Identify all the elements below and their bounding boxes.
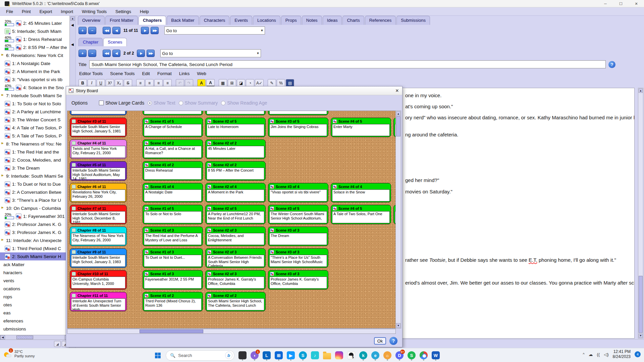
storyboard-vertical-scrollbar[interactable]: ▲ ▼ [395,111,401,328]
tab[interactable]: Events [230,16,252,25]
radio-icon[interactable] [148,101,152,105]
format-paint[interactable]: ◪ [237,79,245,87]
tree-item[interactable]: 2: A Moment in the Park [0,67,70,75]
writeitnow-icon[interactable] [346,350,356,361]
add-scene-button[interactable]: + [78,50,87,57]
scene-card[interactable]: Scene #2 of 5 Late to Homeroom [205,118,266,137]
show-large-cards-option[interactable]: Show Large Cards [99,100,144,106]
copilot-icon[interactable] [237,350,248,361]
tree-item[interactable]: 2: Cocoa, Melodies, and [0,156,70,164]
tree-item[interactable]: 3: The Dream [0,164,70,172]
chapter-card[interactable]: Chapter #6 of 11 Revelations New York Ci… [70,183,127,202]
scene-card[interactable]: Scene #4 of 5 A Tale of Two Solos, Part … [331,205,391,224]
scene-card[interactable]: Scene #4 of 4 Solace in the Snow [331,183,391,202]
chapter-card[interactable]: Chapter #10 of 11 On Campus Columbia Uni… [70,270,127,290]
scene-card[interactable]: Scene #3 of 4 "Vivas oportet si vis tibi… [268,183,328,202]
tree-item[interactable]: 20% 1: Fayerweather 301 [0,212,70,220]
chapter-card[interactable]: Chapter #5 of 11 Interlude South Miami S… [70,161,127,181]
scene-card[interactable]: Scene #1 of 2 A Hat, a Call, and a Chanc… [143,139,203,159]
tab[interactable]: Ideas [323,16,342,25]
show-text-option[interactable]: Show Text [148,100,175,106]
menu-item[interactable]: Import [61,9,73,14]
chrome-icon[interactable] [419,350,429,361]
scene-card[interactable]: Scene #3 of 3 "There's a Place for Us" S… [268,248,328,268]
scene-card[interactable]: Scene #3 of 5 Jim Joins the Singing Cobr… [268,118,328,137]
center-object[interactable]: ⊞ [228,79,236,87]
weather-widget[interactable]: 1 32°C Partly sunny [3,350,35,358]
tree-item[interactable]: vents [0,277,70,285]
chat-icon[interactable]: ◖ 1 [250,350,260,361]
ok-button[interactable]: Ok [374,337,386,345]
editor-menu-item[interactable]: Scene Tools [110,71,135,76]
chapter-card[interactable]: York City, February 18, 2000 [70,111,127,115]
menu-item[interactable]: Export [40,9,52,14]
tree-item[interactable]: 5: Interlude; South Miam [0,27,70,35]
scroll-up-icon[interactable]: ▲ [70,16,75,21]
goto-scene-dropdown[interactable]: Go to ▼ [160,49,261,57]
highlight-color[interactable]: A [197,79,206,87]
scene-title-input[interactable]: South Miami Senior High School, The Cafe… [89,60,606,68]
word-icon[interactable]: W [431,350,441,361]
spell-check[interactable]: A✓ [255,79,264,87]
menu-item[interactable]: Help [140,9,149,14]
bold[interactable]: B [78,79,87,87]
tree-item[interactable]: 4: A Tale of Two Solos, P [0,124,70,132]
undo[interactable]: ↶ [176,79,184,87]
underline[interactable]: U [97,79,105,87]
tree-item[interactable]: 2: A Conversation Betwe [0,188,70,196]
storyboard[interactable]: ▤ [286,79,294,87]
prime-video-icon[interactable]: ▶ [286,350,296,361]
last-scene-button[interactable]: ▶▶ [147,50,155,57]
edit-note[interactable]: ✎ [268,79,276,87]
tree-item[interactable]: 40% 4: Solace in the Sno [0,83,70,92]
tree-item[interactable]: 10: On Campus - Columbia [0,204,70,212]
italic[interactable]: I [88,79,96,87]
weather-app-icon[interactable]: ☼ [382,350,392,361]
tree-item[interactable]: ack Matter [0,260,70,268]
table[interactable]: ▦ [219,79,227,87]
tab[interactable]: Characters [200,16,230,25]
editor-menu-item[interactable]: Links [179,71,190,76]
tree-item[interactable]: eas [0,309,70,317]
tree-item[interactable]: 1: To Duet or Not to Due [0,180,70,188]
scroll-left-icon[interactable]: ◀ [0,335,5,340]
next-scene-button[interactable]: ▶ [137,50,145,57]
tree-item[interactable]: 11: Interlude: An Unexpecte [0,236,70,244]
next-chapter-button[interactable]: ▶ [141,27,149,34]
tree-item[interactable]: rops [0,293,70,301]
scene-card[interactable]: Scene #1 of 2 Dress Rehearsal [143,161,203,181]
scene-card[interactable]: Scene #2 of 4 A Moment in the Park [205,183,266,202]
scene-card[interactable]: Scene #2 of 2 8 55 PM – After the Concer… [205,161,266,181]
taskbar-search[interactable]: 🔍 Search b [166,350,234,361]
timer[interactable]: ◔ [246,79,254,87]
chapter-card[interactable]: Chapter #7 of 11 Interlude South Miami S… [70,205,127,224]
editor-menu-item[interactable]: Web [197,71,206,76]
strikethrough[interactable]: S [124,79,132,87]
resize-handle-icon[interactable]: ◢ [54,341,61,347]
scene-card[interactable]: Scene #3 of 3 Professor James K. Garraty… [268,270,328,290]
first-chapter-button[interactable]: ◀◀ [103,27,111,34]
onedrive-icon[interactable]: ☁ [589,352,593,357]
tree-item[interactable]: 3: The Winter Concert S [0,116,70,124]
tab[interactable]: Charts [342,16,364,25]
tree-item[interactable]: ubmissions [0,325,70,333]
tree-item[interactable]: 2: South Miami Senior H [0,252,70,260]
scene-card[interactable]: Scene #1 of 5 To Solo or Not to Solo [143,205,203,224]
instagram-icon[interactable] [334,350,344,361]
align-center[interactable]: ≡ [145,79,154,87]
notification-count-badge[interactable]: 4 [635,351,641,357]
redo[interactable]: ↷ [185,79,193,87]
chapter-card[interactable]: Chapter #4 of 11 Twists and Turns New Yo… [70,139,127,159]
chapter-card[interactable]: Chapter #3 of 11 Interlude South Miami S… [70,118,127,137]
tree-item[interactable]: 1: The Red Hat and the [0,148,70,156]
spotify-icon[interactable]: S [407,350,417,361]
subtab[interactable]: Chapter [78,38,103,46]
collapse-marker-icon[interactable]: ◀ [71,43,74,46]
remove-scene-button[interactable]: − [88,50,96,57]
tab[interactable]: Props [281,16,301,25]
tree-item[interactable]: 3: Professor James K. G [0,228,70,236]
scroll-down-icon[interactable]: ▼ [639,334,643,338]
tab[interactable]: Overview [78,16,105,25]
tree-item[interactable]: 5: A Tale of Two Solos, P [0,132,70,140]
scene-card[interactable]: Scene #1 of 4 A Nostalgic Date [143,183,203,202]
